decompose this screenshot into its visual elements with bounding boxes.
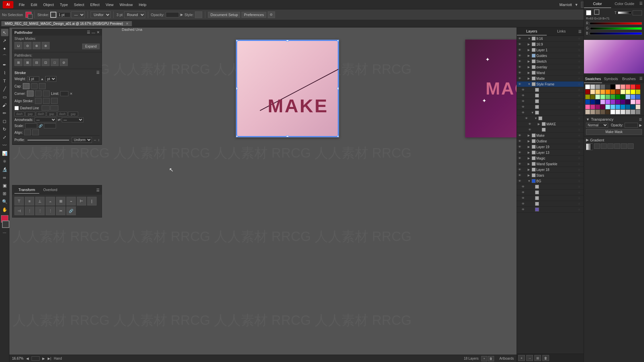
line-tool[interactable]: ╱ xyxy=(1,85,8,93)
color-swatch[interactable] xyxy=(600,105,605,109)
layers-list[interactable]: 👁 ▼ 9:16 ○ 👁 ▶ 16:9 ○ 👁 ▶ Layer 1 ○ 👁 ▶ … xyxy=(517,36,584,354)
layer-eye-icon[interactable]: 👁 xyxy=(518,139,523,143)
dash-preset-2[interactable] xyxy=(50,105,58,111)
panel-menu-icon[interactable]: ☰ xyxy=(87,30,90,35)
layer-eye-icon[interactable]: 👁 xyxy=(518,48,523,52)
color-swatch[interactable] xyxy=(631,100,635,104)
layer-eye-icon[interactable]: 👁 xyxy=(522,208,526,211)
pathfinder-close-icon[interactable]: — xyxy=(92,31,95,35)
link-icon[interactable]: 🔗 xyxy=(66,206,76,215)
canvas-area[interactable]: 人人素材 RRCG 人人素材 RRCG 人人素材 RRCG 人人素材 RRCG … xyxy=(9,27,517,362)
layer-row[interactable]: 👁 ▶ Layer 13 ○ xyxy=(517,150,584,156)
color-swatch[interactable] xyxy=(631,95,635,99)
divide-btn[interactable]: ⊞ xyxy=(14,59,22,66)
layer-target-icon[interactable]: ○ xyxy=(578,179,582,183)
layer-row[interactable]: 👁 ○ xyxy=(517,93,584,99)
layer-eye-icon[interactable]: 👁 xyxy=(522,191,526,194)
color-swatch[interactable] xyxy=(615,105,620,109)
layer-row[interactable]: 👁 ▶ Outline ○ xyxy=(517,138,584,144)
outline-btn[interactable]: □ xyxy=(51,59,59,66)
delete-selection-btn[interactable]: 🗑 xyxy=(542,355,549,361)
stroke-swatch[interactable] xyxy=(50,12,56,18)
layer-eye-icon[interactable]: 👁 xyxy=(518,168,523,171)
color-swatch[interactable] xyxy=(610,105,615,109)
menu-object[interactable]: Object xyxy=(41,2,57,7)
gradient-btn-4[interactable] xyxy=(614,143,620,149)
layer-target-icon[interactable]: ○ xyxy=(578,202,582,205)
layer-expand-icon[interactable]: ▶ xyxy=(528,43,531,46)
color-swatch[interactable] xyxy=(610,84,615,89)
color-swatch[interactable] xyxy=(621,105,625,109)
color-swatch[interactable] xyxy=(605,95,610,99)
menu-select[interactable]: Select xyxy=(71,2,87,7)
slice-tool[interactable]: ⊞ xyxy=(1,190,8,197)
sel-handle-bl[interactable] xyxy=(236,135,238,137)
layer-eye-icon[interactable]: 👁 xyxy=(522,88,526,92)
layer-expand-icon[interactable]: ▼ xyxy=(534,117,538,120)
distribute-horiz-icon[interactable]: ⋮ xyxy=(35,206,45,215)
gap-3-input[interactable] xyxy=(68,112,78,116)
layer-target-icon[interactable]: ○ xyxy=(578,77,582,80)
opacity-input[interactable]: 100% xyxy=(166,12,179,17)
color-swatch[interactable] xyxy=(595,95,600,99)
layer-row[interactable]: 👁 ○ xyxy=(517,190,584,195)
color-swatch[interactable] xyxy=(595,84,600,89)
layer-target-icon[interactable]: ○ xyxy=(578,151,582,154)
distribute-left-icon[interactable]: ⋮ xyxy=(25,206,34,215)
color-swatch[interactable] xyxy=(610,110,615,114)
layer-eye-icon[interactable]: 👁 xyxy=(518,157,523,160)
hand-tool[interactable]: ✋ xyxy=(1,206,8,213)
color-swatch[interactable] xyxy=(631,84,635,89)
color-swatch[interactable] xyxy=(615,84,620,89)
color-swatch[interactable] xyxy=(605,110,610,114)
bg-color-swatch[interactable] xyxy=(594,9,599,15)
align-center-icon[interactable]: ∣ xyxy=(87,197,97,205)
layer-target-icon[interactable]: ○ xyxy=(578,100,582,103)
intersect-btn[interactable]: ⊗ xyxy=(33,42,41,49)
layer-row[interactable]: 👁 ○ xyxy=(517,99,584,104)
align-right-icon[interactable]: ⊣ xyxy=(14,206,24,215)
weight-type-select[interactable]: Round xyxy=(124,11,145,18)
merge-btn[interactable]: ⊟ xyxy=(33,59,41,66)
layer-expand-icon[interactable]: ▼ xyxy=(531,111,534,114)
layer-target-icon[interactable]: ○ xyxy=(578,122,582,126)
layer-expand-icon[interactable]: ▶ xyxy=(528,151,531,154)
color-swatch[interactable] xyxy=(595,105,600,109)
align-top-icon[interactable]: ⊤ xyxy=(14,197,24,205)
layer-row[interactable]: 👁 ▶ Guides ○ xyxy=(517,53,584,59)
layer-row[interactable]: 👁 ▶ Layer 19 ○ xyxy=(517,144,584,150)
gradient-btn-2[interactable] xyxy=(601,143,607,149)
layer-expand-icon[interactable]: ▶ xyxy=(528,71,531,74)
dash-preset-1[interactable] xyxy=(42,105,50,111)
nav-next-icon[interactable]: ▶ xyxy=(42,357,45,360)
sel-handle-br[interactable] xyxy=(337,135,339,137)
layer-target-icon[interactable]: ○ xyxy=(578,37,582,40)
layer-row[interactable]: 👁 ▶ Layer 18 ○ xyxy=(517,167,584,173)
color-swatch[interactable] xyxy=(590,105,595,109)
color-swatch[interactable] xyxy=(636,100,640,104)
color-swatch[interactable] xyxy=(615,89,620,94)
preferences-button[interactable]: Preferences xyxy=(241,12,266,18)
brushes-tab[interactable]: Brushes xyxy=(620,75,638,83)
weight-up-icon[interactable]: ▲ xyxy=(41,77,44,81)
layer-eye-icon[interactable]: 👁 xyxy=(528,128,533,131)
layer-target-icon[interactable]: ○ xyxy=(578,82,582,86)
limit-close-icon[interactable]: ✕ xyxy=(70,92,72,96)
layer-row[interactable]: 👁 ○ xyxy=(517,201,584,207)
color-swatch[interactable] xyxy=(600,95,605,99)
bevel-join-btn[interactable] xyxy=(43,90,50,97)
paintbrush-tool[interactable]: 🖌 xyxy=(1,101,8,109)
document-setup-button[interactable]: Document Setup xyxy=(208,12,240,18)
gradient-swatch[interactable] xyxy=(586,143,593,150)
layer-target-icon[interactable]: ○ xyxy=(578,54,582,57)
color-swatch[interactable] xyxy=(621,95,625,99)
arrowhead-start-select[interactable]: — xyxy=(35,117,56,122)
color-swatch[interactable] xyxy=(626,95,630,99)
menu-effect[interactable]: Effect xyxy=(88,2,102,7)
rotate-tool[interactable]: ↻ xyxy=(1,125,8,133)
layer-expand-icon[interactable]: ▶ xyxy=(528,60,531,63)
color-swatch[interactable] xyxy=(621,110,625,114)
stroke-align-select[interactable]: — xyxy=(71,11,85,18)
layer-row[interactable]: 👁 ▼ BG ○ xyxy=(517,178,584,184)
pen-tool[interactable]: ✒ xyxy=(1,61,8,68)
